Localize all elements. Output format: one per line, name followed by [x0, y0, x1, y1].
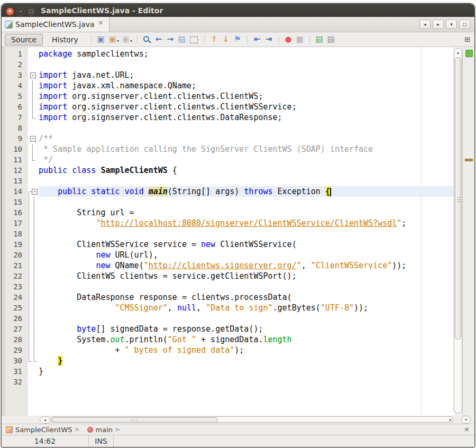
- shift-line-left-icon[interactable]: ⇤: [251, 35, 263, 44]
- fold-column[interactable]: −: [27, 70, 39, 80]
- horizontal-scrollbar-thumb[interactable]: [52, 417, 218, 423]
- next-bookmark-icon[interactable]: ↓: [220, 35, 232, 44]
- split-window-icon[interactable]: ⊞: [464, 35, 470, 43]
- scroll-left-icon[interactable]: ◂: [40, 416, 50, 424]
- token-pl: ClientWSService service =: [39, 240, 201, 249]
- code-line[interactable]: 3−import java.net.URL;: [2, 70, 453, 80]
- toggle-bookmark-icon[interactable]: ⚑: [232, 35, 243, 44]
- minimize-button[interactable]: −: [16, 7, 25, 16]
- code-line[interactable]: 28 System.out.println("Got " + signedDat…: [2, 334, 453, 345]
- scroll-tabs-left-button[interactable]: ◂: [419, 20, 431, 29]
- breadcrumb-close-icon[interactable]: ×: [464, 426, 470, 433]
- code-line[interactable]: 23: [2, 281, 453, 292]
- code-line[interactable]: 30 }: [2, 355, 453, 366]
- scroll-right-icon[interactable]: ▸: [450, 417, 452, 422]
- code-line[interactable]: 11 */: [2, 154, 453, 165]
- token-st: "Data to sign": [206, 303, 272, 313]
- no-errors-badge[interactable]: [465, 50, 473, 57]
- fold-column[interactable]: −: [27, 186, 39, 197]
- stop-macro-recording-icon[interactable]: ■: [294, 35, 306, 44]
- token-pl: [144, 187, 149, 196]
- code-line[interactable]: 32: [2, 377, 453, 387]
- code-line[interactable]: 1package sampleclientws;: [2, 49, 453, 59]
- occurrence-mark[interactable]: [465, 159, 473, 161]
- tab-sampleclientws[interactable]: SampleClientWS.java ×: [2, 17, 109, 32]
- find-previous-occurrence-icon[interactable]: ←: [153, 35, 164, 44]
- uncomment-icon[interactable]: ▤: [325, 35, 337, 44]
- code-line[interactable]: 17 "http://localhost:8080/signserver/Cli…: [2, 218, 453, 228]
- token-st: " bytes of signed data": [125, 345, 235, 355]
- maximize-button[interactable]: □: [27, 7, 35, 16]
- toggle-highlight-search-icon[interactable]: ▤: [176, 35, 188, 44]
- code-text: new URL(url),: [39, 250, 453, 260]
- jump-last-edit-icon[interactable]: ▣: [95, 35, 107, 44]
- code-line[interactable]: 16 String url =: [2, 207, 453, 218]
- token-pl: javax.xml.namespace.QName;: [67, 81, 196, 90]
- vertical-scrollbar[interactable]: ▴: [453, 47, 462, 416]
- code-line[interactable]: 12public class SampleClientWS {: [2, 165, 453, 176]
- code-line[interactable]: 13: [2, 176, 453, 186]
- horizontal-scrollbar-track[interactable]: ▸: [51, 416, 453, 423]
- error-stripe[interactable]: [462, 47, 474, 416]
- find-icon[interactable]: [141, 35, 153, 44]
- find-next-occurrence-icon[interactable]: →: [164, 35, 176, 44]
- fold-collapse-icon[interactable]: −: [30, 136, 36, 142]
- code-line[interactable]: 31}: [2, 366, 453, 377]
- code-line[interactable]: 15: [2, 197, 453, 207]
- code-line[interactable]: 20 new URL(url),: [2, 250, 453, 260]
- fold-column: [27, 239, 39, 250]
- code-line[interactable]: 26: [2, 313, 453, 324]
- maximize-window-button[interactable]: □: [459, 20, 470, 29]
- code-line[interactable]: 8: [2, 123, 453, 133]
- scroll-down-icon[interactable]: ▾: [461, 416, 471, 424]
- scroll-up-icon[interactable]: ▴: [454, 50, 462, 55]
- code-line[interactable]: 10 * Sample application calling the Sign…: [2, 144, 453, 154]
- code-line[interactable]: 4import javax.xml.namespace.QName;: [2, 80, 453, 91]
- code-line[interactable]: 22 ClientWS clientws = service.getClient…: [2, 271, 453, 281]
- token-pl: [67, 166, 72, 175]
- code-line[interactable]: 5import org.signserver.client.clientws.C…: [2, 91, 453, 102]
- code-line[interactable]: 27 byte[] signedData = response.getData(…: [2, 324, 453, 334]
- breadcrumb-chevron-icon: >: [115, 426, 120, 433]
- fold-guide: [34, 228, 34, 239]
- fold-column[interactable]: −: [27, 133, 39, 144]
- code-line[interactable]: 19 ClientWSService service = new ClientW…: [2, 239, 453, 250]
- token-kw: byte: [77, 324, 96, 334]
- toolbar-separator: [91, 35, 91, 44]
- title-bar[interactable]: ×−□ SampleClientWS.java - Editor: [2, 4, 474, 17]
- code-line[interactable]: 2: [2, 59, 453, 70]
- fold-collapse-icon[interactable]: −: [32, 189, 38, 195]
- rectangular-selection-icon[interactable]: [190, 36, 198, 43]
- show-opened-documents-button[interactable]: ▾: [446, 20, 457, 29]
- code-line[interactable]: 21 new QName("http://clientws.signserver…: [2, 260, 453, 271]
- close-button[interactable]: ×: [6, 7, 14, 16]
- history-view-button[interactable]: History: [46, 34, 84, 45]
- code-viewport[interactable]: 1package sampleclientws;23−import java.n…: [2, 47, 453, 416]
- vertical-scrollbar-track[interactable]: ▴: [454, 48, 462, 414]
- scroll-tabs-right-button[interactable]: ▸: [433, 20, 444, 29]
- shift-line-right-icon[interactable]: ⇥: [263, 35, 274, 44]
- dropdown-caret-icon[interactable]: ▾: [117, 39, 119, 43]
- vertical-scrollbar-thumb[interactable]: [455, 57, 461, 340]
- tab-close-icon[interactable]: ×: [98, 20, 104, 26]
- code-line[interactable]: 25 "CMSSigner", null, "Data to sign".get…: [2, 303, 453, 313]
- line-number: 7: [2, 112, 27, 123]
- code-text: DataResponse response = clientws.process…: [39, 292, 453, 303]
- comment-icon[interactable]: ▤: [314, 35, 325, 44]
- code-line[interactable]: 9−/**: [2, 133, 453, 144]
- code-line[interactable]: 6import org.signserver.client.clientws.C…: [2, 102, 453, 112]
- dropdown-caret-icon[interactable]: ▾: [130, 39, 132, 43]
- code-line[interactable]: 29 + " bytes of signed data");: [2, 345, 453, 355]
- source-view-button[interactable]: Source: [5, 34, 43, 45]
- previous-bookmark-icon[interactable]: ↑: [208, 35, 220, 44]
- code-line[interactable]: 14− public static void main(String[] arg…: [2, 186, 453, 197]
- fold-collapse-icon[interactable]: −: [30, 72, 36, 78]
- code-text: * Sample application calling the SignSer…: [39, 144, 453, 154]
- start-macro-recording-icon[interactable]: ●: [282, 35, 294, 44]
- code-line[interactable]: 18: [2, 228, 453, 239]
- line-number: 32: [2, 377, 27, 387]
- breadcrumb-item-sampleclientws[interactable]: SampleClientWS: [15, 426, 72, 434]
- code-line[interactable]: 24 DataResponse response = clientws.proc…: [2, 292, 453, 303]
- code-line[interactable]: 7import org.signserver.client.clientws.D…: [2, 112, 453, 123]
- breadcrumb-item-main[interactable]: main: [96, 426, 113, 434]
